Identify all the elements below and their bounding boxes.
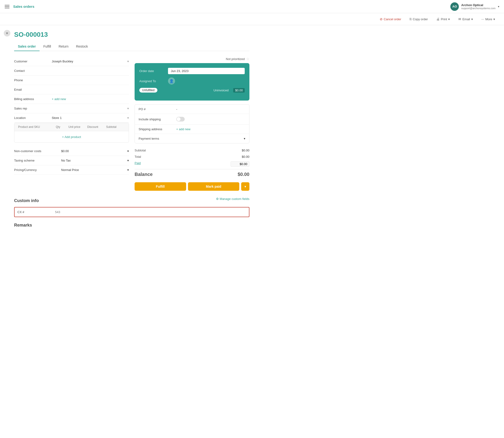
add-shipping-address-link[interactable]: + add new — [176, 127, 190, 131]
remarks-title: Remarks — [14, 223, 249, 228]
balance-label: Balance — [135, 172, 153, 177]
actions-dropdown-button[interactable]: ▾ — [241, 182, 249, 191]
user-name: Archon Optical — [461, 3, 495, 7]
avatar: AO — [450, 2, 459, 11]
tab-sales-order[interactable]: Sales order — [14, 42, 40, 51]
main-content: ✕ SO-000013 Sales order Fulfill Return R… — [0, 25, 504, 240]
close-button[interactable]: ✕ — [4, 30, 10, 36]
assigned-to-row: Assigned To 👤 — [139, 77, 245, 85]
copy-icon: ⎘ — [410, 17, 411, 21]
manage-custom-fields-link[interactable]: ⚙ Manage custom fields — [216, 197, 249, 201]
po-value: - — [176, 107, 245, 111]
email-label: Email — [14, 88, 52, 91]
user-info: Archon Optical support@archonsystems.com — [461, 3, 495, 10]
non-customer-label: Non-customer costs — [14, 149, 61, 153]
more-button[interactable]: ··· More ▾ — [478, 16, 498, 22]
add-product-button[interactable]: + Add product — [62, 135, 81, 139]
print-icon: 🖨 — [436, 17, 440, 21]
uninvoiced-badge: Uninvoiced — [213, 88, 229, 92]
settings-icon: ⚙ — [216, 197, 219, 201]
payment-terms-value: ▾ — [176, 137, 245, 140]
discount-header: Discount — [87, 125, 106, 129]
email-row: Email — [14, 85, 129, 94]
tabs: Sales order Fulfill Return Restock — [14, 42, 249, 51]
order-id: SO-000013 — [14, 31, 249, 38]
two-col-layout: Customer Joseph Buckley ▾ Contact Phone — [14, 57, 249, 191]
customer-chevron-icon[interactable]: ▾ — [127, 60, 129, 63]
order-date-label: Order date — [139, 69, 165, 73]
location-value: Store 1 ▾ — [52, 116, 129, 120]
taxing-scheme-row: Taxing scheme No Tax ▾ — [14, 156, 129, 165]
priority-label: Not prioritized — [226, 57, 245, 61]
paid-input[interactable] — [231, 161, 249, 167]
sales-rep-chevron-icon[interactable]: ▾ — [127, 107, 129, 110]
tab-fulfill[interactable]: Fulfill — [40, 42, 55, 51]
cancel-order-button[interactable]: ⊘ Cancel order — [377, 16, 404, 22]
email-button[interactable]: ✉ Email ▾ — [455, 16, 476, 22]
fulfill-button[interactable]: Fulfill — [135, 182, 186, 191]
shipping-address-label: Shipping address — [139, 127, 176, 131]
total-row: Total $0.00 — [135, 153, 249, 160]
include-shipping-value — [176, 117, 245, 121]
balance-row: Balance $0.00 — [135, 169, 249, 179]
taxing-scheme-label: Taxing scheme — [14, 159, 61, 162]
star-icon[interactable]: ☆ — [246, 57, 249, 61]
print-dropdown-arrow: ▾ — [448, 17, 450, 21]
phone-row: Phone — [14, 76, 129, 85]
payment-terms-chevron-icon[interactable]: ▾ — [244, 137, 245, 140]
pricing-currency-chevron-icon[interactable]: ▾ — [127, 168, 129, 172]
unfulfilled-badge[interactable]: Unfulfilled — [139, 88, 158, 93]
include-shipping-toggle[interactable] — [176, 117, 185, 121]
products-table: Product and SKU Qty Unit price Discount … — [14, 123, 129, 143]
cx-label: CX # — [17, 210, 55, 214]
sales-rep-value: ▾ — [52, 107, 129, 110]
copy-order-button[interactable]: ⎘ Copy order — [406, 16, 431, 22]
add-product-row: + Add product — [14, 131, 129, 142]
user-dropdown-arrow[interactable]: ▾ — [498, 5, 499, 8]
subtotal-row: Subtotal $0.00 — [135, 147, 249, 153]
non-customer-value: $0.00 ▾ — [61, 149, 129, 153]
subtotal-value: $0.00 — [242, 149, 249, 152]
taxing-scheme-chevron-icon[interactable]: ▾ — [127, 159, 129, 162]
sales-rep-label: Sales rep — [14, 107, 52, 110]
taxing-scheme-value: No Tax ▾ — [61, 159, 129, 162]
location-label: Location — [14, 116, 52, 120]
billing-address-label: Billing address — [14, 97, 52, 101]
product-sku-header: Product and SKU — [18, 125, 56, 129]
unit-price-header: Unit price — [68, 125, 87, 129]
subtotal-label: Subtotal — [135, 149, 146, 152]
mark-paid-button[interactable]: Mark paid — [188, 182, 240, 191]
location-chevron-icon[interactable]: ▾ — [127, 116, 129, 120]
action-bar: ⊘ Cancel order ⎘ Copy order 🖨 Print ▾ ✉ … — [0, 13, 504, 25]
paid-label[interactable]: Paid — [135, 161, 141, 167]
add-billing-address-link[interactable]: + add new — [52, 97, 66, 101]
status-row: Unfulfilled Uninvoiced $0.00 — [139, 88, 245, 93]
tab-return[interactable]: Return — [55, 42, 72, 51]
pricing-currency-row: Pricing/Currency Normal Price ▾ — [14, 165, 129, 175]
assigned-to-label: Assigned To — [139, 79, 165, 83]
assigned-avatar[interactable]: 👤 — [168, 77, 175, 85]
phone-label: Phone — [14, 78, 52, 82]
page-body: SO-000013 Sales order Fulfill Return Res… — [0, 25, 259, 240]
email-icon: ✉ — [458, 17, 461, 21]
top-nav: Sales orders AO Archon Optical support@a… — [0, 0, 504, 13]
hamburger-menu[interactable] — [5, 5, 10, 8]
payment-terms-label: Payment terms — [139, 137, 176, 140]
po-label: PO # — [139, 107, 176, 111]
user-area: AO Archon Optical support@archonsystems.… — [450, 2, 499, 11]
order-details-section: PO # - Include shipping Shi — [135, 104, 249, 143]
order-date-input[interactable] — [168, 68, 245, 74]
more-icon: ··· — [481, 17, 484, 21]
non-customer-chevron-icon[interactable]: ▾ — [127, 149, 129, 153]
total-label: Total — [135, 155, 141, 158]
print-button[interactable]: 🖨 Print ▾ — [433, 16, 453, 22]
cx-field-row: CX # 543 — [14, 207, 249, 217]
shipping-address-row: Shipping address + add new — [135, 125, 249, 134]
contact-row: Contact — [14, 66, 129, 76]
include-shipping-row: Include shipping — [135, 114, 249, 125]
tab-restock[interactable]: Restock — [72, 42, 92, 51]
cx-value: 543 — [55, 210, 246, 214]
user-email: support@archonsystems.com — [461, 7, 495, 10]
non-customer-costs-row: Non-customer costs $0.00 ▾ — [14, 146, 129, 156]
right-column: Not prioritized ☆ Order date Assigned To… — [135, 57, 249, 191]
